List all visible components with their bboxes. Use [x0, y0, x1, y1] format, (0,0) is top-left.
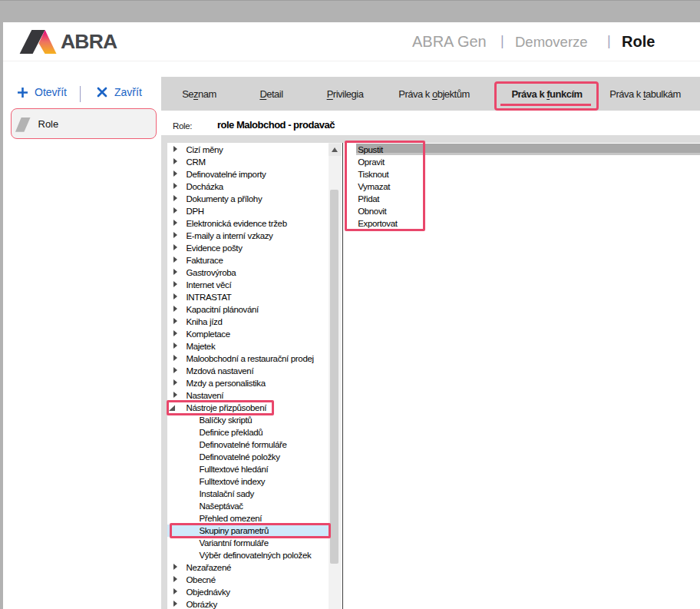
- function-list-item[interactable]: Opravit: [343, 156, 700, 168]
- tree-item[interactable]: Fulltextové indexy: [167, 475, 329, 488]
- expand-collapsed-icon[interactable]: [173, 379, 177, 386]
- expand-collapsed-icon[interactable]: [173, 392, 177, 398]
- tree-item[interactable]: DPH: [167, 205, 329, 217]
- tree-item[interactable]: Kompletace: [167, 328, 329, 340]
- expand-collapsed-icon[interactable]: [173, 355, 177, 361]
- tree-item[interactable]: Našeptávač: [167, 500, 329, 512]
- tree-item[interactable]: CRM: [167, 156, 329, 168]
- tree-item[interactable]: Nástroje přizpůsobení: [167, 402, 329, 414]
- scrollbar-up-button[interactable]: [329, 144, 342, 156]
- tree-item[interactable]: Variantní formuláře: [167, 537, 329, 549]
- tree-item[interactable]: Nastavení: [167, 389, 329, 402]
- tree-item[interactable]: Obrázky: [167, 598, 329, 609]
- function-list-item-label: Exportovat: [358, 217, 397, 230]
- expand-collapsed-icon[interactable]: [173, 281, 177, 287]
- expand-collapsed-icon[interactable]: [173, 601, 177, 607]
- function-list-item[interactable]: Tisknout: [343, 168, 700, 180]
- tree-item[interactable]: Fakturace: [167, 254, 329, 266]
- tree-item-label: Fulltextové indexy: [200, 475, 266, 488]
- tree-item[interactable]: Kniha jízd: [167, 316, 329, 328]
- tree-item[interactable]: Nezařazené: [167, 561, 329, 574]
- expand-collapsed-icon[interactable]: [173, 220, 177, 226]
- expand-collapsed-icon[interactable]: [173, 576, 177, 582]
- tree-item-label: Mzdová nastavení: [187, 365, 254, 377]
- tab-pr-va-k-funkc-m[interactable]: Práva k funkcím: [511, 88, 582, 101]
- expand-collapsed-icon[interactable]: [173, 588, 177, 594]
- tab-seznam[interactable]: Seznam: [182, 88, 216, 101]
- role-bar-label: Role:: [173, 120, 192, 132]
- tree-item-label: Definovatelné položky: [200, 451, 280, 463]
- expand-collapsed-icon[interactable]: [173, 195, 177, 201]
- tree-item[interactable]: Elektronická evidence tržeb: [167, 217, 329, 230]
- expand-expanded-icon[interactable]: [168, 405, 175, 412]
- close-button[interactable]: Zavřít: [114, 86, 142, 98]
- tab-privilegia[interactable]: Privilegia: [327, 88, 364, 101]
- expand-collapsed-icon[interactable]: [173, 183, 177, 189]
- tree-item[interactable]: Definovatelné formuláře: [167, 439, 329, 451]
- tree-item[interactable]: Majetek: [167, 340, 329, 352]
- tree-item[interactable]: Internet věcí: [167, 279, 329, 291]
- close-x-icon[interactable]: [97, 87, 107, 98]
- role-bar-value: role Malobchod - prodavač: [217, 119, 335, 131]
- tree-item[interactable]: Přehled omezení: [167, 512, 329, 525]
- expand-collapsed-icon[interactable]: [173, 146, 177, 152]
- tree-item[interactable]: Instalační sady: [167, 488, 329, 500]
- tree-item[interactable]: Mzdy a personalistika: [167, 377, 329, 389]
- tab-pr-va-k-tabulk-m[interactable]: Práva k tabulkám: [609, 88, 680, 101]
- tab-pr-va-k-objekt-m[interactable]: Práva k objektům: [398, 88, 469, 101]
- function-list-item[interactable]: Obnovit: [343, 205, 700, 217]
- tree-item[interactable]: Evidence pošty: [167, 242, 329, 254]
- tree-item[interactable]: Objednávky: [167, 586, 329, 598]
- tree-item[interactable]: Gastrovýroba: [167, 266, 329, 279]
- tree-item[interactable]: Kapacitní plánování: [167, 303, 329, 316]
- tree-item-label: Fakturace: [187, 254, 223, 266]
- expand-collapsed-icon[interactable]: [173, 232, 177, 238]
- scrollbar-thumb[interactable]: [330, 190, 339, 564]
- tree-item[interactable]: Fulltextové hledání: [167, 463, 329, 475]
- tree-item[interactable]: Definovatelné položky: [167, 451, 329, 463]
- header-separator: |: [500, 33, 504, 48]
- expand-collapsed-icon[interactable]: [173, 207, 177, 213]
- expand-collapsed-icon[interactable]: [173, 158, 177, 164]
- tree-item[interactable]: Dokumenty a přílohy: [167, 193, 329, 205]
- function-list-item[interactable]: Spustit: [343, 144, 700, 156]
- open-button[interactable]: Otevřít: [35, 86, 67, 98]
- expand-collapsed-icon[interactable]: [173, 257, 177, 263]
- tree-item[interactable]: Výběr definovatelných položek: [167, 549, 329, 561]
- expand-collapsed-icon[interactable]: [173, 244, 177, 250]
- function-list-item-label: Přidat: [358, 193, 379, 205]
- tree-item[interactable]: Maloobchodní a restaurační prodej: [167, 352, 329, 365]
- tree-item[interactable]: Definovatelné importy: [167, 168, 329, 180]
- active-tab-underline: [500, 104, 591, 106]
- expand-collapsed-icon[interactable]: [173, 330, 177, 336]
- content-area: Cizí měnyCRMDefinovatelné importyDocházk…: [161, 135, 700, 609]
- function-list-item[interactable]: Přidat: [343, 193, 700, 205]
- expand-collapsed-icon[interactable]: [173, 367, 177, 373]
- tree-item-label: Obecné: [187, 574, 216, 586]
- tree-item[interactable]: Cizí měny: [167, 144, 329, 156]
- tree-item-label: Maloobchodní a restaurační prodej: [187, 352, 314, 365]
- tree-item[interactable]: E-maily a interní vzkazy: [167, 230, 329, 242]
- function-list-item[interactable]: Exportovat: [343, 217, 700, 230]
- sidebar-item-role[interactable]: Role: [11, 108, 157, 139]
- expand-collapsed-icon[interactable]: [173, 293, 177, 300]
- expand-collapsed-icon[interactable]: [173, 564, 177, 570]
- header-environment: Demoverze: [515, 35, 588, 50]
- tree-item-label: Instalační sady: [200, 488, 254, 500]
- tree-item[interactable]: Balíčky skriptů: [167, 414, 329, 426]
- expand-collapsed-icon[interactable]: [173, 318, 177, 324]
- tab-detail[interactable]: Detail: [259, 88, 282, 101]
- tree-item[interactable]: Obecné: [167, 574, 329, 586]
- expand-collapsed-icon[interactable]: [173, 343, 177, 349]
- tree-scrollbar[interactable]: [329, 143, 342, 609]
- tree-item[interactable]: Docházka: [167, 180, 329, 193]
- expand-collapsed-icon[interactable]: [173, 269, 177, 275]
- plus-icon[interactable]: [17, 87, 28, 98]
- tree-item[interactable]: INTRASTAT: [167, 291, 329, 303]
- tree-item[interactable]: Skupiny parametrů: [167, 525, 329, 537]
- tree-item[interactable]: Mzdová nastavení: [167, 365, 329, 377]
- function-list-item[interactable]: Vymazat: [343, 180, 700, 193]
- expand-collapsed-icon[interactable]: [173, 306, 177, 312]
- expand-collapsed-icon[interactable]: [173, 170, 177, 177]
- tree-item[interactable]: Definice překladů: [167, 426, 329, 439]
